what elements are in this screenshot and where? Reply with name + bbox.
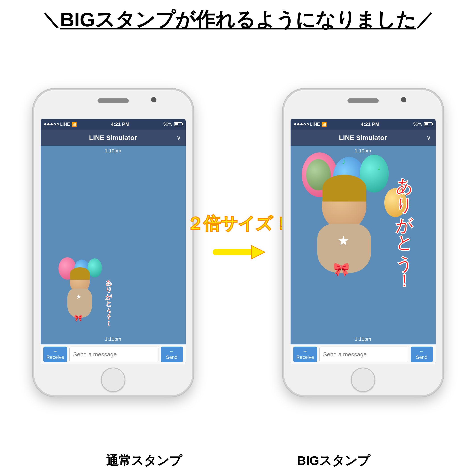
wifi-right: 📶 <box>321 122 327 127</box>
sticker-text-small: ありがとう？！ <box>105 275 112 323</box>
home-button-left[interactable] <box>101 368 125 392</box>
carrier-right: LINE <box>310 122 320 127</box>
signal-dots-right <box>294 123 309 125</box>
battery-pct-right: 56% <box>413 122 422 127</box>
phones-row: LINE 📶 4:21 PM 56% LINE Simulator ∨ 1:10… <box>33 37 443 448</box>
arrow-label: ２倍サイズ！ <box>187 215 290 232</box>
slash-right: ／ <box>416 11 434 29</box>
receive-label-left: Receive <box>46 354 64 360</box>
nav-title-right: LINE Simulator <box>339 134 387 141</box>
receive-button-right[interactable]: → Receive <box>293 347 317 362</box>
ribbon-b: 🎀 <box>333 262 350 277</box>
status-left-left: LINE 📶 <box>44 122 77 127</box>
chat-area-left: 1:10pm ★ ありがとう？！ <box>41 146 186 344</box>
arrow-svg <box>211 234 265 270</box>
label-normal: 通常スタンプ <box>106 452 182 469</box>
battery-fill-right <box>425 123 428 125</box>
rdot3 <box>300 123 303 125</box>
baby-hat-b <box>323 175 366 202</box>
status-left-right: LINE 📶 <box>294 122 327 127</box>
slash-left: ＼ <box>42 11 60 29</box>
phone-top-right <box>284 90 442 119</box>
svg-marker-1 <box>252 245 265 259</box>
wifi-left: 📶 <box>71 122 77 127</box>
signal-dots-left <box>44 123 59 125</box>
rdot4 <box>304 123 306 125</box>
nav-bar-left: LINE Simulator ∨ <box>41 130 186 146</box>
ribbon-s: 🎀 <box>74 314 82 322</box>
phone-bottom-right <box>284 364 442 395</box>
baby-hat-s <box>70 267 90 280</box>
receive-button-left[interactable]: → Receive <box>43 347 67 362</box>
status-time-right: 4:21 PM <box>361 121 379 127</box>
message-input-right[interactable] <box>319 347 408 362</box>
rdot1 <box>294 123 296 125</box>
receive-label-right: Receive <box>296 354 314 360</box>
chat-time-top-left: 1:10pm <box>44 148 182 154</box>
phone-right: LINE 📶 4:21 PM 56% LINE Simulator ∨ 1:10… <box>283 89 443 397</box>
battery-fill-left <box>175 123 179 125</box>
dot5 <box>57 123 59 125</box>
status-right-left: 56% <box>163 122 182 127</box>
star-b: ★ <box>338 233 349 248</box>
screen-left: LINE 📶 4:21 PM 56% LINE Simulator ∨ 1:10… <box>41 119 186 364</box>
note1-b: ♪ <box>342 157 346 166</box>
speaker-left <box>98 98 129 103</box>
rdot2 <box>297 123 300 125</box>
battery-bar-left <box>174 122 182 126</box>
phone-top-left <box>34 90 192 119</box>
status-bar-right: LINE 📶 4:21 PM 56% <box>290 119 436 130</box>
send-button-right[interactable]: ← Send <box>411 347 433 362</box>
chat-time-bottom-right: 1:11pm <box>355 336 371 342</box>
dot2 <box>47 123 50 125</box>
status-right-right: 56% <box>413 122 432 127</box>
send-button-left[interactable]: ← Send <box>161 347 183 362</box>
header-title: BIGスタンプが作れるようになりました <box>60 9 416 31</box>
arrow-area: ２倍サイズ！ <box>207 215 269 270</box>
send-label-right: Send <box>416 354 427 360</box>
big-sticker: ★ ♪ ♩ ありがとう！ 🎀 <box>293 153 409 282</box>
receive-arrow-right: → <box>303 349 307 354</box>
bottom-bar-right: → Receive ← Send <box>290 344 436 364</box>
dot3 <box>51 123 53 125</box>
camera-right <box>401 97 406 102</box>
label-big: BIGスタンプ <box>297 452 370 469</box>
nav-chevron-left: ∨ <box>176 134 181 141</box>
header: ＼ BIGスタンプが作れるようになりました ／ <box>42 9 434 31</box>
home-button-right[interactable] <box>351 368 375 392</box>
normal-sticker: ★ ありがとう？！ 🎀 <box>52 257 110 324</box>
chat-area-right: 1:10pm ★ <box>290 146 436 344</box>
send-arrow-left: ← <box>169 349 174 354</box>
phones-labels: 通常スタンプ BIGスタンプ <box>49 452 428 469</box>
message-input-left[interactable] <box>69 347 158 362</box>
nav-title-left: LINE Simulator <box>89 134 137 141</box>
send-arrow-right: ← <box>419 349 424 354</box>
carrier-left: LINE <box>60 122 70 127</box>
sticker-text-big: ありがとう！ <box>395 166 413 280</box>
speaker-right <box>347 98 379 103</box>
battery-pct-left: 56% <box>163 122 172 127</box>
phone-bottom-left <box>34 364 192 395</box>
bottom-bar-left: → Receive ← Send <box>41 344 186 364</box>
status-time-left: 4:21 PM <box>111 121 129 127</box>
phone-left: LINE 📶 4:21 PM 56% LINE Simulator ∨ 1:10… <box>33 89 193 397</box>
nav-bar-right: LINE Simulator ∨ <box>290 130 436 146</box>
rdot5 <box>307 123 309 125</box>
dot4 <box>53 123 56 125</box>
status-bar-left: LINE 📶 4:21 PM 56% <box>41 119 186 130</box>
dot1 <box>44 123 46 125</box>
send-label-left: Send <box>166 354 177 360</box>
star-s: ★ <box>76 293 82 300</box>
screen-right: LINE 📶 4:21 PM 56% LINE Simulator ∨ 1:10… <box>290 119 436 364</box>
nav-chevron-right: ∨ <box>426 134 431 141</box>
chat-time-bottom-left: 1:11pm <box>105 336 121 342</box>
note2-b: ♩ <box>378 164 381 171</box>
battery-bar-right <box>424 122 432 126</box>
camera-left <box>151 97 156 102</box>
receive-arrow-left: → <box>53 349 58 354</box>
